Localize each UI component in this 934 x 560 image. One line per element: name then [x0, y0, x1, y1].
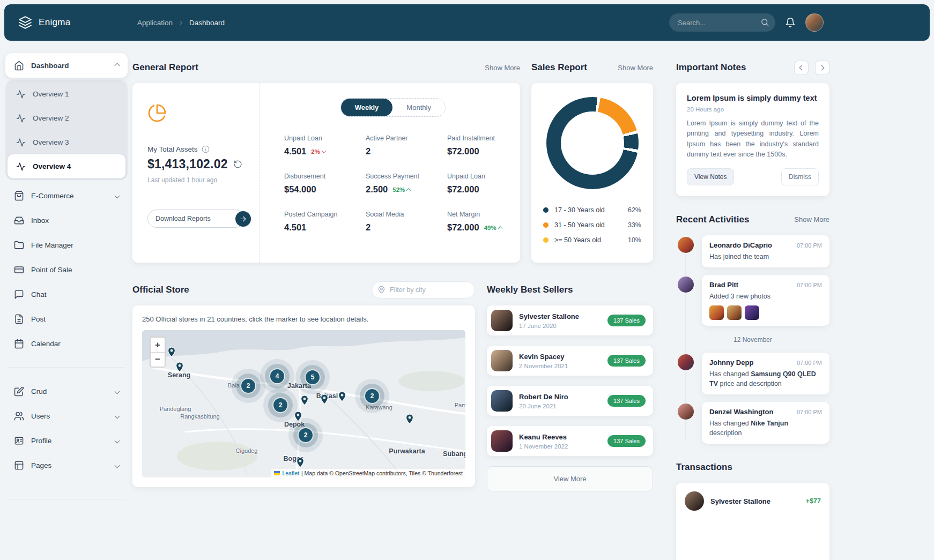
- map-marker[interactable]: [404, 413, 416, 425]
- map-cluster[interactable]: 2: [272, 397, 288, 413]
- seller-avatar: [491, 350, 513, 371]
- zoom-in-button[interactable]: +: [151, 338, 165, 352]
- sidebar-item-overview-1[interactable]: Overview 1: [8, 82, 125, 106]
- transactions-title: Transactions: [676, 462, 732, 473]
- photo-thumbnail[interactable]: [727, 305, 742, 320]
- info-icon[interactable]: [202, 145, 210, 153]
- user-avatar[interactable]: [805, 13, 824, 32]
- map-marker[interactable]: [294, 457, 306, 468]
- recent-activities-show-more-link[interactable]: Show More: [794, 215, 829, 223]
- legend-dot: [543, 222, 548, 228]
- users-icon: [14, 411, 24, 421]
- stat-unpaid-loan-1: Unpaid Loan 4.501 2%: [284, 135, 366, 156]
- map-pin-icon: [377, 286, 386, 294]
- seller-card[interactable]: Sylvester Stallone 17 June 2020 137 Sale…: [487, 305, 653, 335]
- map-marker[interactable]: [299, 394, 310, 406]
- view-more-button[interactable]: View More: [487, 466, 653, 491]
- download-reports-button[interactable]: Download Reports: [147, 210, 244, 228]
- sidebar-item-dashboard[interactable]: Dashboard: [5, 53, 128, 78]
- sidebar-item-overview-4[interactable]: Overview 4: [8, 154, 125, 178]
- seller-date: 2 November 2021: [519, 363, 568, 369]
- map-cluster[interactable]: 2: [240, 378, 256, 394]
- sidebar-item-pages[interactable]: Pages: [5, 453, 128, 477]
- last-updated-text: Last updated 1 hour ago: [147, 176, 244, 184]
- sidebar-item-profile[interactable]: Profile: [5, 428, 128, 453]
- chevron-down-icon: [115, 462, 120, 468]
- activity-name[interactable]: Johnny Depp: [709, 359, 753, 367]
- sidebar-item-file-manager[interactable]: File Manager: [5, 233, 128, 257]
- map-marker[interactable]: [292, 410, 304, 422]
- sidebar-item-ecommerce[interactable]: E-Commerce: [5, 183, 128, 208]
- sidebar-item-inbox[interactable]: Inbox: [5, 208, 128, 233]
- breadcrumb-application[interactable]: Application: [137, 19, 173, 27]
- map-marker[interactable]: [166, 346, 177, 358]
- map-cluster[interactable]: 2: [364, 388, 380, 404]
- sidebar-item-point-of-sale[interactable]: Point of Sale: [5, 257, 128, 282]
- credit-card-icon: [14, 265, 24, 275]
- tab-monthly[interactable]: Monthly: [392, 99, 445, 116]
- file-text-icon: [14, 314, 24, 324]
- general-report-show-more-link[interactable]: Show More: [485, 64, 520, 72]
- tab-weekly[interactable]: Weekly: [341, 99, 393, 116]
- map-cluster[interactable]: 4: [269, 368, 285, 384]
- filter-by-city-input[interactable]: [372, 281, 475, 298]
- map-marker[interactable]: [174, 361, 186, 373]
- right-panel: Important Notes Lorem Ipsum is simply du…: [676, 54, 829, 560]
- brand[interactable]: Enigma: [4, 16, 128, 29]
- map-city-label: Cigudeg: [236, 447, 258, 454]
- sidebar-item-post[interactable]: Post: [5, 307, 128, 331]
- attribution-text: | Map data © OpenStreetMap contributors,…: [301, 470, 463, 476]
- breadcrumb: Application Dashboard: [137, 19, 225, 27]
- map-cluster[interactable]: 5: [305, 369, 321, 385]
- sales-report-show-more-link[interactable]: Show More: [618, 64, 653, 72]
- sidebar-item-crud[interactable]: Crud: [5, 379, 128, 404]
- activity-card: Leonardo DiCaprio 07:00 PM Has joined th…: [702, 235, 829, 267]
- activity-avatar[interactable]: [676, 235, 695, 255]
- seller-card[interactable]: Kevin Spacey 2 November 2021 137 Sales: [487, 346, 653, 376]
- refresh-icon[interactable]: [233, 160, 242, 169]
- notes-next-button[interactable]: [815, 61, 829, 75]
- search-input[interactable]: [669, 13, 775, 32]
- city-filter: [372, 281, 475, 298]
- seller-card[interactable]: Keanu Reeves 1 November 2022 137 Sales: [487, 426, 653, 456]
- photo-thumbnail[interactable]: [745, 305, 759, 320]
- store-map[interactable]: + − Serang Balaraja Jakarta Bekasi Karaw…: [142, 330, 465, 477]
- activity-avatar[interactable]: [676, 353, 695, 372]
- sidebar-item-calendar[interactable]: Calendar: [5, 331, 128, 356]
- activity-text: Has joined the team: [709, 252, 822, 262]
- activity-name[interactable]: Denzel Washington: [709, 408, 773, 416]
- seller-card[interactable]: Robert De Niro 20 June 2021 137 Sales: [487, 386, 653, 416]
- map-marker[interactable]: [336, 391, 348, 402]
- activity-avatar[interactable]: [676, 402, 695, 421]
- sidebar-divider: [8, 499, 125, 499]
- transaction-row[interactable]: Sylvester Stallone +$77: [685, 491, 821, 511]
- sidebar-item-label: Calendar: [31, 340, 61, 348]
- general-report-section: General Report Show More My Total Assets…: [132, 54, 520, 263]
- leaflet-link[interactable]: Leaflet: [282, 470, 299, 476]
- sidebar-item-label: Inbox: [31, 216, 49, 225]
- seller-avatar: [491, 430, 513, 452]
- recent-activities-title: Recent Activities: [676, 214, 749, 225]
- dismiss-button[interactable]: Dismiss: [781, 168, 819, 185]
- activity-icon: [16, 114, 26, 123]
- zoom-out-button[interactable]: −: [151, 352, 165, 367]
- sidebar-item-overview-3[interactable]: Overview 3: [8, 130, 125, 154]
- bell-icon[interactable]: [785, 17, 796, 28]
- activity-avatar[interactable]: [676, 275, 695, 294]
- notes-prev-button[interactable]: [794, 61, 809, 75]
- activity-name[interactable]: Brad Pitt: [709, 281, 738, 289]
- map-cluster[interactable]: 2: [298, 427, 314, 443]
- sidebar-item-label: Overview 3: [33, 138, 69, 146]
- sidebar: Dashboard Overview 1 Overview 2 Overview…: [5, 53, 128, 511]
- edit-icon: [14, 386, 24, 397]
- sidebar-item-chat[interactable]: Chat: [5, 282, 128, 307]
- map-marker[interactable]: [318, 393, 330, 405]
- view-notes-button[interactable]: View Notes: [687, 168, 734, 185]
- search-icon[interactable]: [760, 18, 769, 27]
- activity-name[interactable]: Leonardo DiCaprio: [709, 241, 772, 249]
- sidebar-item-overview-2[interactable]: Overview 2: [8, 106, 125, 130]
- photo-thumbnail[interactable]: [709, 305, 724, 320]
- note-title[interactable]: Lorem Ipsum is simply dummy text: [687, 94, 819, 102]
- sidebar-item-users[interactable]: Users: [5, 404, 128, 428]
- sidebar-item-label: Chat: [31, 290, 47, 298]
